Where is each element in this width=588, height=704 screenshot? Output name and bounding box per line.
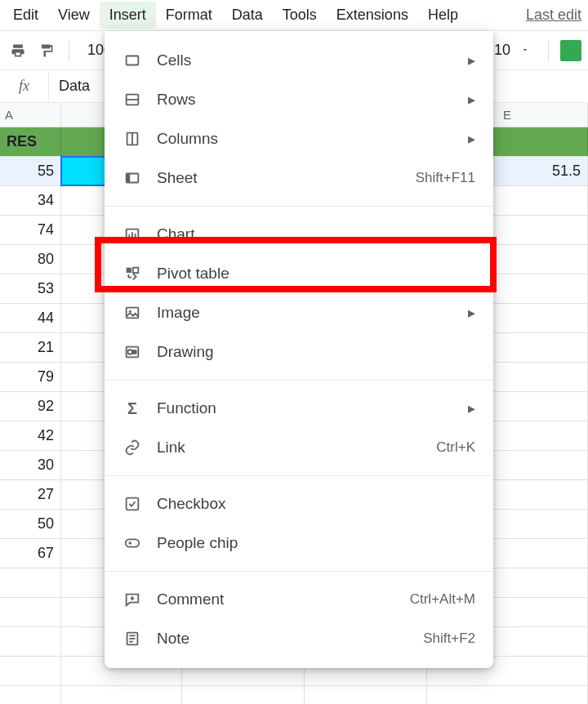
menu-label: Link: [157, 439, 436, 457]
chevron-down-icon: [520, 42, 530, 59]
menu-view[interactable]: View: [48, 2, 100, 29]
svg-point-20: [128, 541, 131, 545]
cell[interactable]: [0, 627, 61, 656]
cells-icon: [122, 51, 142, 70]
chevron-right-icon: ▸: [468, 51, 475, 69]
svg-rect-17: [132, 350, 137, 354]
table-row: [0, 686, 588, 704]
header-cell-res[interactable]: RES: [0, 127, 61, 156]
cell[interactable]: 30: [0, 451, 61, 479]
menu-shortcut: Ctrl+K: [436, 439, 475, 456]
comment-icon: [122, 590, 142, 609]
menu-tools[interactable]: Tools: [273, 2, 327, 29]
menu-rows[interactable]: Rows ▸: [105, 80, 493, 119]
menu-function[interactable]: Σ Function ▸: [105, 389, 493, 428]
cell[interactable]: [0, 568, 61, 597]
svg-rect-12: [133, 268, 138, 273]
separator: [548, 40, 549, 61]
font-size-control[interactable]: 10: [488, 42, 537, 59]
cell[interactable]: 50: [0, 510, 61, 538]
cell[interactable]: 80: [0, 245, 61, 274]
note-icon: [122, 629, 142, 648]
chart-icon: [122, 225, 142, 244]
menu-image[interactable]: Image ▸: [105, 293, 493, 332]
drawing-icon: [122, 342, 142, 362]
font-size-value: 10: [494, 42, 510, 59]
cell[interactable]: 34: [0, 186, 61, 215]
menu-checkbox[interactable]: Checkbox: [105, 484, 493, 524]
menu-label: People chip: [157, 534, 475, 552]
menu-columns[interactable]: Columns ▸: [105, 119, 493, 158]
menu-comment[interactable]: Comment Ctrl+Alt+M: [105, 580, 493, 619]
cell[interactable]: 44: [0, 304, 61, 332]
insert-menu-dropdown: Cells ▸ Rows ▸ Columns ▸ Sheet Shift+F11…: [105, 31, 493, 668]
cell[interactable]: 79: [0, 363, 61, 391]
menu-shortcut: Ctrl+Alt+M: [410, 591, 475, 608]
menu-label: Chart: [157, 225, 475, 243]
pivot-icon: [122, 264, 142, 283]
print-icon[interactable]: [7, 39, 29, 62]
menu-cells[interactable]: Cells ▸: [105, 41, 493, 80]
fill-color-swatch[interactable]: [560, 40, 581, 61]
menu-label: Image: [157, 304, 468, 322]
rows-icon: [122, 90, 142, 109]
cell[interactable]: 67: [0, 539, 61, 568]
col-header-a[interactable]: A: [0, 103, 61, 127]
chevron-right-icon: ▸: [468, 304, 475, 322]
cell[interactable]: 74: [0, 216, 61, 244]
cell[interactable]: 53: [0, 274, 61, 303]
menu-label: Drawing: [157, 343, 475, 361]
cell[interactable]: [0, 686, 61, 704]
svg-rect-0: [127, 56, 139, 65]
function-icon: Σ: [122, 399, 142, 418]
menu-label: Checkbox: [157, 495, 475, 513]
svg-point-16: [128, 350, 133, 354]
menu-extensions[interactable]: Extensions: [327, 2, 418, 29]
chevron-right-icon: ▸: [468, 130, 475, 148]
cell[interactable]: [0, 657, 61, 685]
menu-pivot-table[interactable]: Pivot table: [105, 254, 493, 293]
menubar: Edit View Insert Format Data Tools Exten…: [0, 0, 588, 31]
menu-divider: [105, 475, 493, 476]
svg-rect-11: [127, 268, 131, 273]
svg-rect-6: [127, 174, 131, 183]
cell[interactable]: [0, 598, 61, 626]
cell[interactable]: [427, 686, 588, 704]
menu-sheet[interactable]: Sheet Shift+F11: [105, 158, 493, 198]
menu-label: Sheet: [157, 169, 416, 187]
checkbox-icon: [122, 494, 142, 514]
cell[interactable]: [61, 686, 182, 704]
cell[interactable]: [182, 686, 305, 704]
fx-value[interactable]: Data: [49, 78, 90, 95]
menu-drawing[interactable]: Drawing: [105, 332, 493, 372]
menu-people-chip[interactable]: People chip: [105, 524, 493, 563]
fx-label: fx: [0, 70, 49, 102]
menu-edit[interactable]: Edit: [3, 2, 48, 29]
last-edit-link[interactable]: Last edit: [523, 2, 585, 29]
people-chip-icon: [122, 533, 142, 553]
menu-help[interactable]: Help: [418, 2, 468, 29]
menu-label: Cells: [157, 51, 468, 69]
menu-insert[interactable]: Insert: [100, 2, 156, 29]
cell[interactable]: 21: [0, 333, 61, 362]
menu-link[interactable]: Link Ctrl+K: [105, 428, 493, 467]
cell[interactable]: 92: [0, 392, 61, 421]
menu-label: Note: [157, 630, 423, 648]
chevron-right-icon: ▸: [468, 91, 475, 109]
svg-rect-18: [127, 498, 139, 510]
columns-icon: [122, 129, 142, 149]
menu-chart[interactable]: Chart: [105, 215, 493, 254]
menu-divider: [105, 380, 493, 381]
svg-rect-19: [126, 539, 140, 546]
cell[interactable]: [305, 686, 427, 704]
menu-note[interactable]: Note Shift+F2: [105, 619, 493, 658]
paint-format-icon[interactable]: [34, 39, 57, 62]
menu-format[interactable]: Format: [156, 2, 222, 29]
menu-shortcut: Shift+F11: [416, 170, 475, 186]
menu-label: Rows: [157, 91, 468, 109]
cell[interactable]: 55: [0, 157, 61, 185]
menu-data[interactable]: Data: [222, 2, 273, 29]
menu-divider: [105, 206, 493, 207]
cell[interactable]: 27: [0, 480, 61, 509]
cell[interactable]: 42: [0, 421, 61, 450]
